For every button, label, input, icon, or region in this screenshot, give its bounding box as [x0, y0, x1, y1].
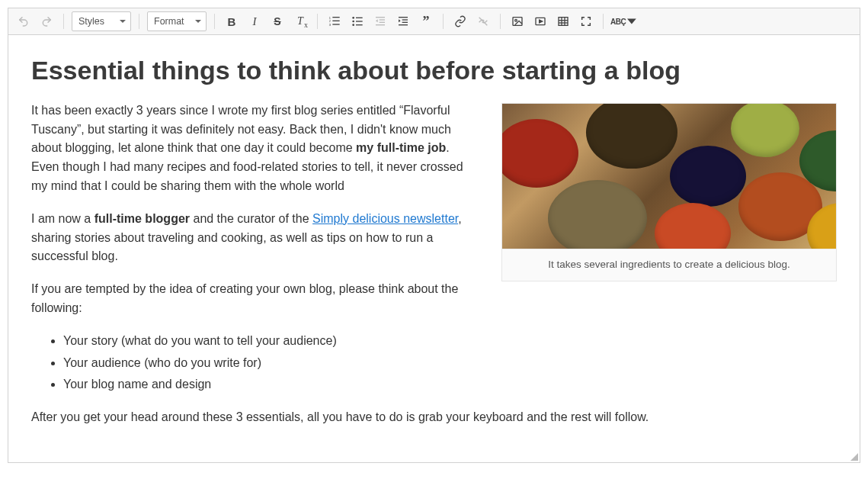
spices-image[interactable]: [502, 104, 836, 249]
unlink-button[interactable]: [472, 11, 494, 31]
svg-rect-9: [356, 21, 363, 21]
numbered-list-button[interactable]: 123: [324, 11, 345, 31]
paragraph-3[interactable]: If you are tempted by the idea of creati…: [31, 280, 488, 318]
italic-button[interactable]: I: [244, 11, 265, 31]
separator: [443, 14, 444, 29]
bullet-list[interactable]: Your story (what do you want to tell you…: [31, 332, 837, 394]
svg-marker-32: [627, 18, 636, 24]
svg-point-10: [352, 24, 354, 26]
indent-button[interactable]: [392, 11, 414, 31]
list-item[interactable]: Your story (what do you want to tell you…: [63, 332, 837, 351]
list-item[interactable]: Your blog name and design: [63, 375, 837, 394]
svg-rect-13: [380, 19, 385, 20]
styles-dropdown-label: Styles: [78, 16, 104, 27]
bulleted-list-button[interactable]: [347, 11, 368, 31]
doc-title[interactable]: Essential things to think about before s…: [31, 55, 837, 86]
svg-point-6: [352, 17, 354, 19]
editor-content[interactable]: Essential things to think about before s…: [8, 35, 860, 462]
separator: [500, 14, 501, 29]
maximize-button[interactable]: [575, 11, 597, 31]
svg-rect-15: [376, 24, 385, 25]
styles-dropdown[interactable]: Styles: [72, 11, 131, 31]
separator: [214, 14, 215, 29]
outdent-button[interactable]: [370, 11, 391, 31]
image-figure[interactable]: It takes several ingredients to create a…: [501, 103, 837, 281]
list-item[interactable]: Your audience (who do you write for): [63, 354, 837, 373]
spellcheck-button[interactable]: ABÇ: [610, 11, 637, 31]
blockquote-button[interactable]: ”: [415, 11, 437, 31]
svg-rect-20: [399, 24, 408, 25]
svg-rect-12: [376, 17, 385, 18]
resize-handle[interactable]: [850, 453, 858, 461]
paragraph-4[interactable]: After you get your head around these 3 e…: [31, 408, 837, 427]
paragraph-1[interactable]: It has been exactly 3 years since I wrot…: [31, 101, 488, 196]
svg-marker-21: [399, 19, 401, 22]
svg-rect-19: [402, 22, 408, 23]
separator: [139, 14, 139, 29]
link-button[interactable]: [450, 11, 471, 31]
svg-text:3: 3: [329, 23, 332, 27]
remove-format-button[interactable]: Tx: [290, 11, 311, 31]
svg-marker-26: [540, 20, 543, 23]
redo-button[interactable]: [36, 11, 57, 31]
newsletter-link[interactable]: Simply delicious newsletter: [312, 212, 458, 225]
undo-button[interactable]: [13, 11, 34, 31]
p1-bold: my full-time job: [356, 141, 446, 154]
separator: [603, 14, 604, 29]
svg-marker-16: [376, 19, 378, 22]
svg-rect-3: [332, 21, 339, 21]
paragraph-2[interactable]: I am now a full-time blogger and the cur…: [31, 210, 488, 266]
svg-rect-1: [332, 17, 339, 18]
separator: [317, 14, 318, 29]
toolbar: Styles Format B I S Tx 123 ”: [8, 8, 860, 35]
svg-rect-23: [513, 18, 522, 26]
svg-point-8: [352, 21, 354, 23]
format-dropdown-label: Format: [154, 16, 184, 27]
svg-rect-7: [356, 18, 363, 18]
strikethrough-button[interactable]: S: [267, 11, 288, 31]
format-dropdown[interactable]: Format: [147, 11, 207, 31]
svg-rect-14: [380, 22, 385, 23]
image-button[interactable]: [507, 11, 528, 31]
svg-point-24: [515, 19, 517, 21]
svg-rect-27: [559, 18, 568, 26]
svg-rect-18: [402, 19, 408, 20]
bold-button[interactable]: B: [221, 11, 242, 31]
media-embed-button[interactable]: [530, 11, 551, 31]
p2-text-a: I am now a: [31, 212, 94, 225]
svg-rect-11: [356, 24, 363, 25]
image-caption[interactable]: It takes several ingredients to create a…: [502, 249, 836, 281]
editor-frame: Styles Format B I S Tx 123 ”: [8, 8, 860, 463]
svg-rect-5: [332, 24, 339, 24]
separator: [63, 14, 64, 29]
svg-rect-17: [399, 17, 408, 18]
p2-bold: full-time blogger: [94, 212, 190, 225]
table-button[interactable]: [553, 11, 574, 31]
p2-text-b: and the curator of the: [190, 212, 312, 225]
